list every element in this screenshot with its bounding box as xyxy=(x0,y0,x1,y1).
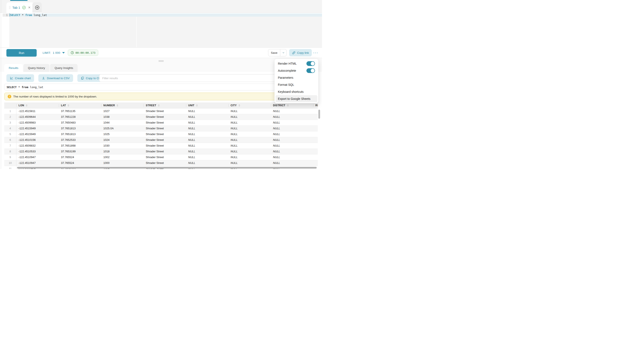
table-cell[interactable]: -122.4515811 xyxy=(16,108,59,114)
editor-empty-area[interactable] xyxy=(10,17,322,47)
table-cell[interactable]: Shrader Street xyxy=(144,108,186,114)
column-header-lon[interactable]: LON xyxy=(16,102,59,108)
save-options-button[interactable] xyxy=(280,49,286,56)
table-cell[interactable]: NULL xyxy=(228,143,271,148)
table-cell[interactable] xyxy=(313,137,318,143)
panel-resize-handle[interactable] xyxy=(158,60,164,62)
row-number-cell[interactable]: 11 xyxy=(4,166,16,169)
save-button[interactable]: Save xyxy=(268,49,280,56)
menu-item-parameters[interactable]: Parameters xyxy=(276,74,317,81)
menu-item-autocomplete[interactable]: Autocomplete xyxy=(276,67,317,74)
column-header-lat[interactable]: LAT xyxy=(59,102,101,108)
copy-link-button[interactable]: Copy link xyxy=(289,49,312,56)
column-header-re[interactable]: RE xyxy=(313,102,318,108)
table-cell[interactable]: NULL xyxy=(271,137,313,143)
table-cell[interactable]: 37.7651135 xyxy=(59,108,101,114)
row-number-cell[interactable]: 4 xyxy=(4,126,16,131)
menu-item-keyboard-shortcuts[interactable]: Keyboard shortcuts xyxy=(276,88,317,95)
menu-item-format-sql[interactable]: Format SQL xyxy=(276,81,317,88)
table-cell[interactable]: NULL xyxy=(271,149,313,154)
tab-query-insights[interactable]: Query Insights xyxy=(50,64,78,72)
table-cell[interactable]: Shrader Street xyxy=(144,131,186,137)
sort-icon[interactable] xyxy=(287,104,289,106)
vertical-scrollbar[interactable] xyxy=(318,110,320,119)
table-cell[interactable]: NULL xyxy=(228,114,271,120)
table-cell[interactable]: NULL xyxy=(271,114,313,120)
table-cell[interactable]: -122.4515949 xyxy=(16,131,59,137)
table-cell[interactable]: 37.7650483 xyxy=(59,120,101,125)
sort-icon[interactable] xyxy=(196,104,198,106)
table-cell[interactable]: 37.7651813 xyxy=(59,131,101,137)
sort-icon[interactable] xyxy=(116,104,118,106)
row-number-cell[interactable]: 2 xyxy=(4,114,16,120)
table-cell[interactable]: 37.765524 xyxy=(59,160,101,166)
table-cell[interactable]: NULL xyxy=(186,160,228,166)
table-cell[interactable]: NULL xyxy=(271,108,313,114)
tab-query-history[interactable]: Query history xyxy=(24,64,50,72)
table-cell[interactable]: NULL xyxy=(228,131,271,137)
table-cell[interactable] xyxy=(313,126,318,131)
table-cell[interactable]: NULL xyxy=(186,114,228,120)
table-cell[interactable] xyxy=(313,143,318,148)
table-cell[interactable]: Shrader Street xyxy=(144,120,186,125)
row-number-cell[interactable]: 9 xyxy=(4,154,16,160)
column-header-number[interactable]: NUMBER xyxy=(101,102,144,108)
code-line[interactable]: SELECT * from long_lat xyxy=(10,14,47,17)
row-number-cell[interactable]: 8 xyxy=(4,149,16,154)
table-cell[interactable]: 1030 xyxy=(101,143,144,148)
table-cell[interactable]: 37.7653199 xyxy=(59,149,101,154)
table-cell[interactable]: NULL xyxy=(186,149,228,154)
table-cell[interactable]: 1025 xyxy=(101,131,144,137)
table-cell[interactable]: 37.765524 xyxy=(59,154,101,160)
table-cell[interactable]: NULL xyxy=(186,120,228,125)
table-cell[interactable]: NULL xyxy=(228,160,271,166)
toggle-on-switch[interactable] xyxy=(306,68,315,73)
table-cell[interactable]: NULL xyxy=(186,108,228,114)
table-cell[interactable]: -122.4510947 xyxy=(16,154,59,160)
table-cell[interactable]: Shrader Street xyxy=(144,160,186,166)
tab-results[interactable]: Results xyxy=(4,64,23,72)
table-cell[interactable]: NULL xyxy=(271,143,313,148)
column-header-district[interactable]: DISTRICT xyxy=(271,102,313,108)
table-cell[interactable]: 1000 xyxy=(101,160,144,166)
table-cell[interactable]: NULL xyxy=(186,137,228,143)
sql-editor[interactable]: 1 SELECT * from long_lat xyxy=(0,13,322,47)
table-cell[interactable]: Shrader Street xyxy=(144,149,186,154)
table-cell[interactable]: 37.7652533 xyxy=(59,137,101,143)
sort-icon[interactable] xyxy=(158,104,160,106)
table-cell[interactable]: 1002 xyxy=(101,154,144,160)
table-cell[interactable]: 1025.0A xyxy=(101,126,144,131)
table-cell[interactable]: NULL xyxy=(228,126,271,131)
column-header-street[interactable]: STREET xyxy=(144,102,186,108)
download-to-csv-button[interactable]: Download to CSV xyxy=(38,74,73,82)
new-tab-button[interactable] xyxy=(32,2,42,13)
table-cell[interactable]: Shrader Street xyxy=(144,126,186,131)
table-cell[interactable]: NULL xyxy=(228,137,271,143)
sort-icon[interactable] xyxy=(238,104,240,106)
table-cell[interactable]: NULL xyxy=(228,154,271,160)
table-cell[interactable]: 37.7651813 xyxy=(59,126,101,131)
table-cell[interactable]: -122.4510156 xyxy=(16,137,59,143)
table-cell[interactable]: NULL xyxy=(271,120,313,125)
table-cell[interactable]: -122.4509983 xyxy=(16,120,59,125)
menu-item-export-to-google-sheets[interactable]: Export to Google Sheets xyxy=(276,95,317,102)
table-cell[interactable]: Shrader Street xyxy=(144,154,186,160)
more-options-button[interactable]: ··· xyxy=(312,49,319,56)
table-cell[interactable]: NULL xyxy=(228,108,271,114)
table-cell[interactable] xyxy=(313,131,318,137)
table-cell[interactable] xyxy=(313,160,318,166)
row-number-cell[interactable]: 7 xyxy=(4,143,16,148)
sort-icon[interactable] xyxy=(68,104,69,106)
limit-dropdown[interactable]: LIMIT: 1 000 xyxy=(42,48,65,58)
table-cell[interactable]: NULL xyxy=(186,131,228,137)
drag-handle-icon[interactable] xyxy=(9,6,10,9)
row-number-cell[interactable]: 10 xyxy=(4,160,16,166)
table-cell[interactable] xyxy=(313,154,318,160)
table-cell[interactable] xyxy=(313,108,318,114)
table-cell[interactable]: NULL xyxy=(186,126,228,131)
table-cell[interactable] xyxy=(313,114,318,120)
table-cell[interactable]: 1018 xyxy=(101,149,144,154)
table-cell[interactable]: Shrader Street xyxy=(144,143,186,148)
row-number-cell[interactable]: 3 xyxy=(4,120,16,125)
table-cell[interactable]: NULL xyxy=(271,126,313,131)
